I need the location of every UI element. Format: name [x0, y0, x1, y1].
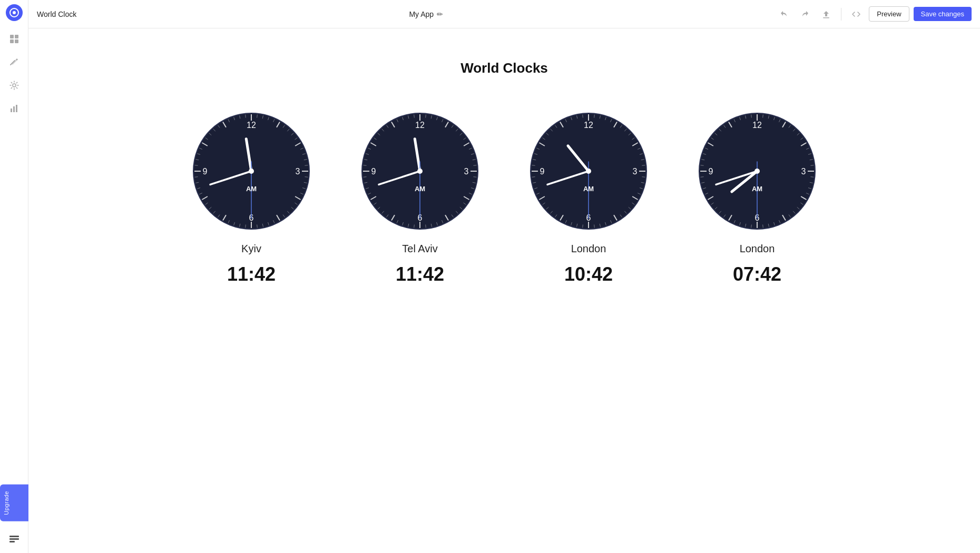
svg-text:12: 12	[752, 121, 762, 130]
clock-item-0: 12369 AM Kyiv11:42	[188, 108, 315, 285]
svg-line-101	[473, 165, 476, 166]
svg-line-260	[751, 224, 752, 228]
header-center: My App ✏	[83, 10, 769, 18]
sidebar-item-tools[interactable]	[5, 53, 24, 72]
sidebar-item-settings[interactable]	[5, 76, 24, 95]
svg-rect-2	[10, 35, 14, 38]
svg-line-146	[414, 115, 415, 118]
svg-line-174	[642, 177, 645, 177]
svg-line-133	[364, 165, 367, 166]
clock-city-0: Kyiv	[241, 243, 261, 255]
svg-rect-12	[9, 541, 15, 542]
svg-line-88	[426, 115, 426, 118]
sidebar-item-dashboard[interactable]	[5, 29, 24, 48]
svg-rect-10	[9, 536, 19, 537]
content-area: World Clocks 12369 AM Kyiv11:42 12369	[28, 28, 980, 553]
project-name: My App	[409, 10, 434, 18]
svg-line-75	[246, 115, 246, 118]
svg-text:9: 9	[540, 167, 545, 176]
svg-text:9: 9	[203, 167, 208, 176]
svg-point-225	[586, 169, 591, 174]
svg-text:AM: AM	[246, 185, 257, 193]
svg-line-275	[701, 165, 704, 166]
svg-text:9: 9	[371, 167, 376, 176]
svg-line-30	[305, 165, 308, 166]
svg-rect-8	[13, 106, 15, 112]
app-title-text: World Clock	[37, 10, 76, 18]
svg-point-83	[249, 169, 254, 174]
svg-line-189	[583, 224, 583, 228]
clock-city-1: Tel Aviv	[402, 243, 437, 255]
svg-point-1	[13, 11, 16, 14]
svg-rect-9	[16, 105, 17, 112]
edit-icon[interactable]: ✏	[437, 10, 443, 18]
svg-rect-5	[15, 39, 18, 43]
svg-text:3: 3	[296, 167, 300, 176]
clock-city-3: London	[740, 243, 775, 255]
svg-line-258	[763, 224, 763, 228]
undo-button[interactable]	[776, 6, 792, 23]
svg-rect-13	[823, 17, 829, 18]
svg-point-6	[13, 84, 16, 87]
svg-text:AM: AM	[415, 185, 425, 193]
clock-item-2: 12369 AM London10:42	[525, 108, 652, 285]
page-title: World Clocks	[460, 60, 548, 76]
svg-rect-3	[15, 35, 18, 38]
sidebar-item-analytics[interactable]	[5, 99, 24, 118]
svg-line-45	[257, 224, 258, 228]
svg-line-288	[751, 115, 752, 118]
svg-line-131	[364, 177, 367, 177]
svg-line-187	[594, 224, 595, 228]
svg-line-273	[701, 177, 704, 177]
svg-line-172	[642, 165, 645, 166]
svg-line-230	[763, 115, 763, 118]
clock-time-1: 11:42	[396, 263, 444, 285]
svg-line-32	[305, 177, 308, 177]
header: World Clock My App ✏	[28, 0, 980, 28]
sidebar-bottom-icon[interactable]	[5, 529, 24, 548]
svg-text:3: 3	[801, 167, 806, 176]
main-area: World Clock My App ✏	[28, 0, 980, 553]
svg-line-245	[810, 177, 814, 177]
svg-line-217	[583, 115, 583, 118]
svg-point-154	[417, 169, 423, 174]
clock-face-0: 12369 AM	[188, 108, 315, 234]
preview-button[interactable]: Preview	[869, 6, 909, 22]
svg-text:12: 12	[584, 121, 593, 130]
svg-line-103	[473, 177, 476, 177]
clock-time-3: 07:42	[733, 263, 781, 285]
svg-line-17	[257, 115, 258, 118]
clock-face-3: 12369 AM	[694, 108, 820, 234]
svg-point-296	[754, 169, 760, 174]
svg-rect-11	[9, 538, 19, 540]
svg-line-243	[810, 165, 814, 166]
app-title: World Clock	[37, 10, 76, 18]
code-button[interactable]	[848, 6, 865, 23]
svg-line-62	[195, 165, 198, 166]
clock-item-1: 12369 AM Tel Aviv11:42	[357, 108, 483, 285]
redo-button[interactable]	[797, 6, 814, 23]
svg-line-116	[426, 224, 426, 228]
svg-text:3: 3	[464, 167, 469, 176]
clock-city-2: London	[571, 243, 606, 255]
upgrade-button[interactable]: Upgrade	[0, 485, 28, 521]
clocks-row: 12369 AM Kyiv11:42 12369	[188, 108, 820, 285]
clock-time-2: 10:42	[564, 263, 613, 285]
svg-line-47	[246, 224, 246, 228]
svg-line-204	[532, 165, 535, 166]
sidebar: Upgrade	[0, 0, 28, 553]
header-right: Preview Save changes	[776, 6, 972, 23]
svg-text:AM: AM	[752, 185, 762, 193]
svg-text:3: 3	[633, 167, 638, 176]
publish-button[interactable]	[818, 6, 835, 23]
header-divider	[841, 8, 841, 21]
app-logo[interactable]	[6, 4, 23, 21]
svg-text:12: 12	[247, 121, 256, 130]
svg-text:AM: AM	[583, 185, 594, 193]
clock-face-1: 12369 AM	[357, 108, 483, 234]
svg-line-159	[594, 115, 595, 118]
save-changes-button[interactable]: Save changes	[914, 7, 972, 21]
clock-time-0: 11:42	[227, 263, 276, 285]
svg-rect-7	[11, 108, 12, 112]
clock-item-3: 12369 AM London07:42	[694, 108, 820, 285]
